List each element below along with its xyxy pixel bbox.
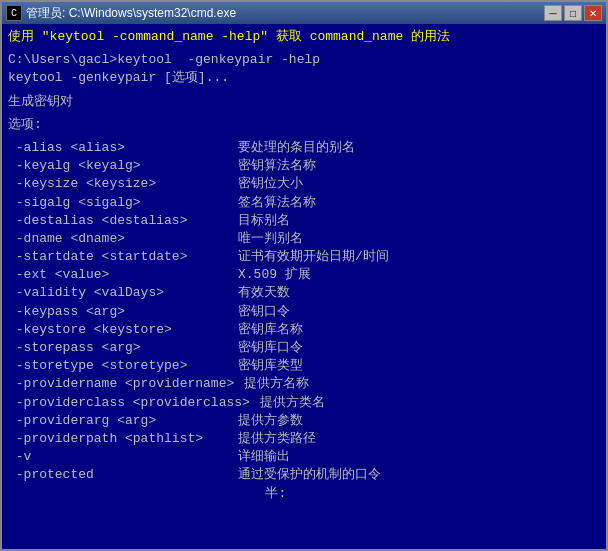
cmd-window: C 管理员: C:\Windows\system32\cmd.exe ─ □ ✕… <box>0 0 608 551</box>
opt-keyalg-key: -keyalg <keyalg> <box>8 157 228 175</box>
line-opt-providerpath: -providerpath <pathlist> 提供方类路径 <box>8 430 600 448</box>
opt-v-val: 详细输出 <box>238 448 290 466</box>
opt-storetype-val: 密钥库类型 <box>238 357 303 375</box>
opt-keyalg-val: 密钥算法名称 <box>238 157 316 175</box>
opt-keypass-key: -keypass <arg> <box>8 303 228 321</box>
opt-ext-val: X.509 扩展 <box>238 266 311 284</box>
line-opt-sigalg: -sigalg <sigalg> 签名算法名称 <box>8 194 600 212</box>
opt-providerclass-key: -providerclass <providerclass> <box>8 394 250 412</box>
opt-keystore-val: 密钥库名称 <box>238 321 303 339</box>
line-opt-providername: -providername <providername> 提供方名称 <box>8 375 600 393</box>
opt-alias-val: 要处理的条目的别名 <box>238 139 355 157</box>
opt-startdate-val: 证书有效期开始日期/时间 <box>238 248 389 266</box>
opt-sigalg-key: -sigalg <sigalg> <box>8 194 228 212</box>
line-opt-protected: -protected 通过受保护的机制的口令 <box>8 466 600 484</box>
window-icon: C <box>6 5 22 21</box>
line-opt-providerarg: -providerarg <arg> 提供方参数 <box>8 412 600 430</box>
opt-destalias-key: -destalias <destalias> <box>8 212 228 230</box>
opt-providerarg-key: -providerarg <arg> <box>8 412 228 430</box>
window-title: 管理员: C:\Windows\system32\cmd.exe <box>26 5 236 22</box>
info-text: 使用 "keytool -command_name -help" 获取 comm… <box>8 28 450 46</box>
opt-destalias-val: 目标别名 <box>238 212 290 230</box>
opt-storetype-key: -storetype <storetype> <box>8 357 228 375</box>
line-opt-keystore: -keystore <keystore> 密钥库名称 <box>8 321 600 339</box>
opt-providerclass-val: 提供方类名 <box>260 394 325 412</box>
line-half: 半: <box>8 485 600 503</box>
minimize-button[interactable]: ─ <box>544 5 562 21</box>
line-opt-keyalg: -keyalg <keyalg> 密钥算法名称 <box>8 157 600 175</box>
line-opt-startdate: -startdate <startdate> 证书有效期开始日期/时间 <box>8 248 600 266</box>
cmd-text: keytool -genkeypair [选项]... <box>8 69 229 87</box>
opt-keysize-val: 密钥位大小 <box>238 175 303 193</box>
half-text: 半: <box>8 485 286 503</box>
line-opt-keypass: -keypass <arg> 密钥口令 <box>8 303 600 321</box>
desc-text: 生成密钥对 <box>8 93 73 111</box>
opt-providerarg-val: 提供方参数 <box>238 412 303 430</box>
line-opt-keysize: -keysize <keysize> 密钥位大小 <box>8 175 600 193</box>
terminal-content: 使用 "keytool -command_name -help" 获取 comm… <box>2 24 606 549</box>
line-opt-storetype: -storetype <storetype> 密钥库类型 <box>8 357 600 375</box>
line-opt-validity: -validity <valDays> 有效天数 <box>8 284 600 302</box>
line-opt-alias: -alias <alias> 要处理的条目的别名 <box>8 139 600 157</box>
window-controls: ─ □ ✕ <box>544 5 602 21</box>
maximize-button[interactable]: □ <box>564 5 582 21</box>
title-bar-left: C 管理员: C:\Windows\system32\cmd.exe <box>6 5 236 22</box>
opt-providerpath-key: -providerpath <pathlist> <box>8 430 228 448</box>
line-prompt: C:\Users\gacl>keytool -genkeypair -help <box>8 51 600 69</box>
opt-keysize-key: -keysize <keysize> <box>8 175 228 193</box>
opt-sigalg-val: 签名算法名称 <box>238 194 316 212</box>
opt-providername-key: -providername <providername> <box>8 375 234 393</box>
opt-validity-val: 有效天数 <box>238 284 290 302</box>
opt-dname-key: -dname <dname> <box>8 230 228 248</box>
opt-keypass-val: 密钥口令 <box>238 303 290 321</box>
opt-providerpath-val: 提供方类路径 <box>238 430 316 448</box>
opt-startdate-key: -startdate <startdate> <box>8 248 228 266</box>
line-opt-ext: -ext <value> X.509 扩展 <box>8 266 600 284</box>
opt-alias-key: -alias <alias> <box>8 139 228 157</box>
options-label: 选项: <box>8 116 42 134</box>
opt-v-key: -v <box>8 448 228 466</box>
line-desc: 生成密钥对 <box>8 93 600 111</box>
opt-validity-key: -validity <valDays> <box>8 284 228 302</box>
line-opt-v: -v 详细输出 <box>8 448 600 466</box>
opt-protected-key: -protected <box>8 466 228 484</box>
line-opt-destalias: -destalias <destalias> 目标别名 <box>8 212 600 230</box>
title-bar: C 管理员: C:\Windows\system32\cmd.exe ─ □ ✕ <box>2 2 606 24</box>
prompt-text: C:\Users\gacl>keytool -genkeypair -help <box>8 51 320 69</box>
line-opt-storepass: -storepass <arg> 密钥库口令 <box>8 339 600 357</box>
line-cmd: keytool -genkeypair [选项]... <box>8 69 600 87</box>
opt-storepass-key: -storepass <arg> <box>8 339 228 357</box>
close-button[interactable]: ✕ <box>584 5 602 21</box>
line-opt-dname: -dname <dname> 唯一判别名 <box>8 230 600 248</box>
opt-providername-val: 提供方名称 <box>244 375 309 393</box>
line-info: 使用 "keytool -command_name -help" 获取 comm… <box>8 28 600 46</box>
opt-dname-val: 唯一判别名 <box>238 230 303 248</box>
opt-keystore-key: -keystore <keystore> <box>8 321 228 339</box>
line-options-header: 选项: <box>8 116 600 134</box>
opt-protected-val: 通过受保护的机制的口令 <box>238 466 381 484</box>
opt-ext-key: -ext <value> <box>8 266 228 284</box>
line-opt-providerclass: -providerclass <providerclass> 提供方类名 <box>8 394 600 412</box>
opt-storepass-val: 密钥库口令 <box>238 339 303 357</box>
